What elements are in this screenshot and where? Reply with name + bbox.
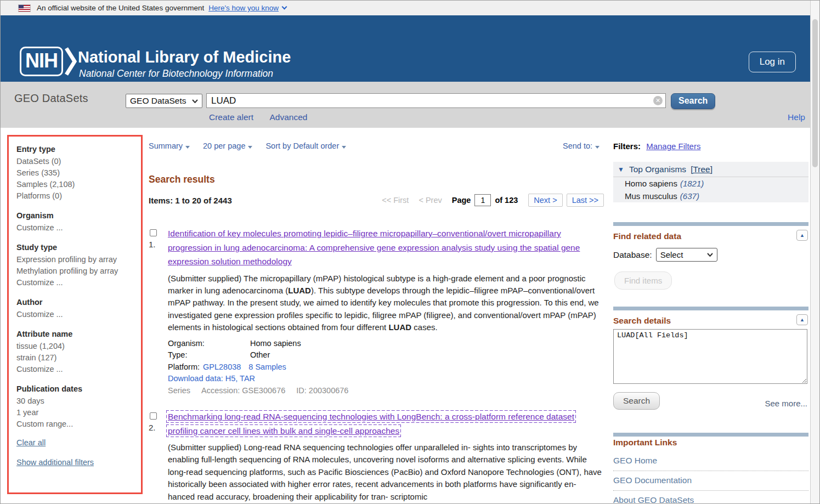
database-label: Database: (613, 250, 652, 260)
filter-item[interactable]: Methylation profiling by array (16, 265, 135, 276)
filter-group-title: Attribute name (16, 329, 135, 340)
important-link[interactable]: GEO Home (613, 451, 808, 471)
header-subtitle: National Center for Biotechnology Inform… (79, 68, 273, 80)
scrollbar-thumb[interactable] (812, 19, 818, 167)
bold-term: LUAD (288, 286, 311, 295)
dropdown-triangle-icon (185, 146, 190, 149)
filter-item[interactable]: Customize ... (16, 308, 135, 320)
result-body: Benchmarking long-read RNA-sequencing te… (168, 410, 604, 503)
filter-item[interactable]: Customize ... (16, 363, 135, 375)
search-results-heading: Search results (149, 174, 215, 185)
select-chevron-icon (707, 253, 713, 257)
metadata-value: Homo sapiens (250, 339, 301, 348)
search-details-textarea[interactable] (613, 329, 807, 384)
find-items-button[interactable]: Find items (614, 271, 672, 290)
items-count: Items: 1 to 20 of 2443 (149, 196, 232, 205)
collapse-up-icon[interactable]: ▲ (796, 314, 808, 325)
result-title-link[interactable]: Benchmarking long-read RNA-sequencing te… (168, 412, 574, 435)
filter-item[interactable]: Customize ... (16, 276, 135, 288)
related-database-select[interactable]: Select (656, 248, 717, 262)
filter-group-title: Author (16, 297, 135, 308)
help-link[interactable]: Help (788, 112, 805, 122)
search-details-search-button[interactable]: Search (613, 392, 660, 410)
result-title-link[interactable]: Identification of key molecules promotin… (168, 229, 580, 266)
section-divider (613, 307, 808, 310)
result-item: 1.Identification of key molecules promot… (149, 226, 604, 397)
clear-all-link[interactable]: Clear all (16, 438, 135, 447)
tree-link[interactable]: [Tree] (691, 165, 712, 174)
search-details-actions: Search See more... (613, 392, 807, 410)
filter-item[interactable]: Expression profiling by array (16, 253, 135, 265)
heres-how-link[interactable]: Here's how you know (208, 4, 279, 12)
filters-manage-row: Filters: Manage Filters (613, 141, 700, 151)
filter-item[interactable]: 1 year (16, 406, 135, 418)
filter-item[interactable]: Samples (2,108) (16, 178, 135, 190)
nih-logo[interactable]: NIH (20, 47, 77, 76)
download-data-link[interactable]: Download data: H5, TAR (168, 374, 255, 383)
search-input[interactable] (206, 93, 666, 108)
gov-banner-text: An official website of the United States… (37, 4, 204, 12)
result-number: 2. (149, 423, 168, 432)
organism-count: (637) (680, 191, 699, 201)
result-number: 1. (149, 240, 168, 249)
results-list: 1.Identification of key molecules promot… (149, 226, 604, 504)
show-additional-filters-link[interactable]: Show additional filters (16, 458, 135, 467)
filter-group-title: Study type (16, 242, 135, 253)
last-page-button[interactable]: Last >> (567, 194, 604, 207)
summary-dropdown[interactable]: Summary (149, 141, 190, 150)
manage-filters-link[interactable]: Manage Filters (646, 141, 700, 151)
filter-item[interactable]: DataSets (0) (16, 155, 135, 167)
filter-item[interactable]: Custom range... (16, 418, 135, 429)
send-to-dropdown[interactable]: Send to: (563, 141, 600, 150)
items-pagination-row: Items: 1 to 20 of 2443 << First < Prev P… (149, 194, 604, 207)
app-title: GEO DataSets (14, 92, 88, 105)
login-button[interactable]: Log in (749, 52, 796, 72)
collapse-up-icon[interactable]: ▲ (796, 230, 808, 241)
important-link[interactable]: About GEO DataSets (613, 491, 808, 504)
filter-item[interactable]: Customize ... (16, 222, 135, 233)
platform-row: Platform:GPL280388 Samples (168, 361, 604, 373)
series-type: Series (168, 386, 190, 395)
dropdown-triangle-icon (342, 146, 346, 149)
chevron-down-icon (282, 4, 287, 10)
filter-item[interactable]: tissue (1,204) (16, 340, 135, 352)
organism-item[interactable]: Homo sapiens(1821) (613, 177, 808, 190)
us-flag-icon (19, 5, 30, 12)
pagination: << First < Prev Page of 123 Next > Last … (382, 194, 604, 207)
series-accession: Accession: GSE300676 (201, 386, 285, 395)
search-button[interactable]: Search (671, 93, 715, 109)
filter-group-title: Organism (16, 210, 135, 222)
result-description: (Submitter supplied) The micropapillary … (168, 273, 604, 334)
per-page-dropdown[interactable]: 20 per page (203, 141, 252, 150)
database-select[interactable]: GEO DataSets (126, 94, 202, 108)
filter-item[interactable]: Series (335) (16, 167, 135, 178)
select-chevron-icon (192, 99, 198, 103)
clear-search-icon[interactable]: ✕ (653, 96, 663, 105)
filter-item[interactable]: Platforms (0) (16, 190, 135, 201)
filter-item[interactable]: 30 days (16, 395, 135, 406)
dropdown-triangle-icon (248, 146, 252, 149)
platform-link[interactable]: GPL28038 (203, 363, 241, 371)
filter-item[interactable]: strain (127) (16, 352, 135, 363)
geo-datasets-page: An official website of the United States… (0, 0, 820, 504)
database-select-value: GEO DataSets (130, 96, 186, 106)
page-number-input[interactable] (474, 194, 491, 206)
result-checkbox[interactable] (150, 229, 157, 236)
page-total: of 123 (495, 196, 518, 205)
result-checkbox[interactable] (150, 412, 157, 420)
collapse-triangle-icon[interactable]: ▼ (618, 166, 624, 173)
filter-group-title: Entry type (16, 144, 135, 155)
next-page-button[interactable]: Next > (528, 194, 562, 207)
create-alert-link[interactable]: Create alert (209, 112, 253, 122)
samples-link[interactable]: 8 Samples (248, 363, 286, 371)
organism-item[interactable]: Mus musculus(637) (613, 190, 808, 202)
gov-banner: An official website of the United States… (1, 1, 819, 15)
sort-dropdown[interactable]: Sort by Default order (265, 141, 346, 150)
important-link[interactable]: GEO Documentation (613, 471, 808, 491)
nlm-header: NIH National Library of Medicine Nationa… (1, 15, 819, 82)
page-label: Page (452, 196, 471, 205)
series-id: ID: 200300676 (296, 386, 348, 395)
see-more-link[interactable]: See more... (765, 399, 807, 410)
scrollbar[interactable] (810, 1, 819, 504)
advanced-link[interactable]: Advanced (269, 112, 307, 122)
